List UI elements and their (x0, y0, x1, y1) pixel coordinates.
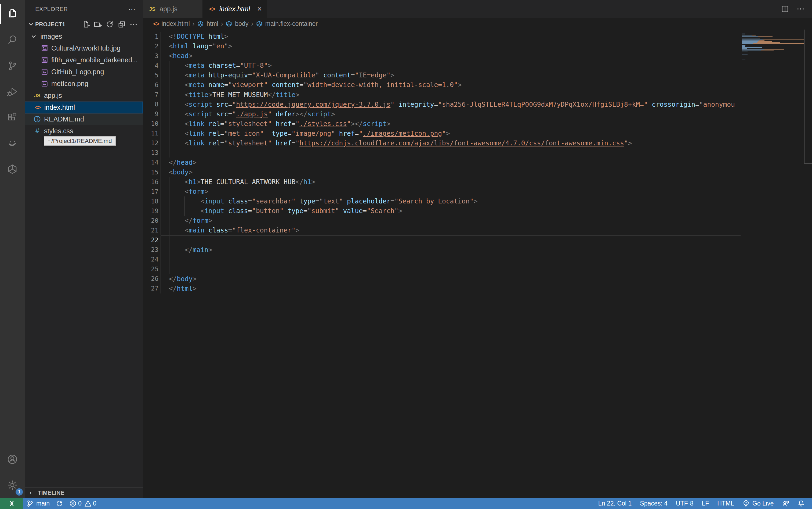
code-line-23[interactable]: 23 </main> (143, 245, 741, 254)
code-line-22[interactable]: 22 (143, 235, 741, 245)
breadcrumb-item[interactable]: main.flex-container (265, 20, 318, 27)
minimap-line (742, 55, 747, 55)
code-line-8[interactable]: 8 <script src="https://code.jquery.com/j… (143, 99, 741, 109)
code-line-12[interactable]: 12 <link rel="stylesheet" href="https://… (143, 138, 741, 148)
line-content: <!DOCTYPE html> (169, 33, 228, 40)
timeline-section[interactable]: › TIMELINE (25, 487, 143, 498)
tree-item-label: images (40, 33, 62, 40)
breadcrumb-item[interactable]: body (235, 20, 248, 27)
code-line-16[interactable]: 16 <h1>THE CULTURAL ARTWORK HUB</h1> (143, 177, 741, 187)
code-line-11[interactable]: 11 <link rel="met icon" type="image/png"… (143, 129, 741, 138)
tree-item-label: GitHub_Logo.png (51, 68, 104, 76)
status-go-live[interactable]: Go Live (742, 498, 774, 509)
status-indentation[interactable]: Spaces: 4 (640, 498, 668, 509)
code-line-20[interactable]: 20 </form> (143, 216, 741, 226)
sidebar-more-icon[interactable]: ⋯ (128, 5, 136, 13)
tab-label: app.js (159, 5, 178, 13)
breadcrumb-file[interactable]: index.html (161, 20, 190, 27)
code-editor[interactable]: 1<!DOCTYPE html>2<html lang="en">3<head>… (143, 30, 812, 498)
tree-item-app-js[interactable]: JSapp.js (25, 90, 143, 102)
code-line-15[interactable]: 15<body> (143, 167, 741, 177)
tree-item-images[interactable]: images (25, 31, 143, 42)
line-number: 6 (143, 81, 158, 89)
activity-item-run-debug[interactable] (0, 79, 25, 105)
project-label: PROJECT1 (35, 21, 65, 28)
code-line-14[interactable]: 14</head> (143, 158, 741, 167)
status-notifications[interactable] (798, 498, 805, 509)
code-line-18[interactable]: 18 <input class="searchbar" type="text" … (143, 197, 741, 206)
code-line-10[interactable]: 10 <link rel="stylesheet" href="./styles… (143, 119, 741, 129)
activity-item-package-extension[interactable] (0, 157, 25, 182)
minimap[interactable] (741, 30, 804, 498)
close-icon[interactable]: × (257, 5, 262, 13)
line-number: 2 (143, 43, 158, 50)
sync-icon (56, 500, 63, 507)
tree-item-github-logo-png[interactable]: GitHub_Logo.png (25, 66, 143, 78)
code-line-25[interactable]: 25 (143, 264, 741, 274)
code-line-7[interactable]: 7 <title>THE MET MUSEUM</title> (143, 90, 741, 99)
activity-item-source-control[interactable] (0, 53, 25, 79)
js-icon: JS (33, 91, 41, 100)
tree-item-fifth-ave-mobile-darkened-[interactable]: fifth_ave_mobile_darkened... (25, 54, 143, 66)
project-section-header[interactable]: PROJECT1 (25, 18, 143, 31)
tab-label: index.html (219, 5, 250, 13)
refresh-icon[interactable] (106, 20, 114, 29)
code-line-13[interactable]: 13 (143, 148, 741, 158)
status-label: UTF-8 (676, 500, 694, 507)
tree-item-index-html[interactable]: <>index.html (25, 102, 143, 113)
collapse-all-icon[interactable] (118, 20, 126, 29)
status-feedback[interactable] (782, 498, 789, 509)
tab-index-html[interactable]: <>index.html× (203, 0, 267, 18)
extensions-icon (6, 111, 19, 124)
status-remote[interactable] (0, 498, 23, 509)
activity-item-explorer[interactable] (0, 1, 25, 27)
tree-item-label: CulturalArtworkHub.jpg (51, 44, 120, 52)
code-line-3[interactable]: 3<head> (143, 51, 741, 61)
activity-item-settings[interactable]: 1 (0, 472, 25, 498)
line-content: <link rel="stylesheet" href="https://cdn… (169, 139, 632, 147)
code-line-24[interactable]: 24 (143, 254, 741, 264)
status-cursor-position[interactable]: Ln 22, Col 1 (598, 498, 632, 509)
status-encoding[interactable]: UTF-8 (676, 498, 694, 509)
status-sync[interactable] (53, 498, 66, 509)
minimap-line (742, 35, 756, 35)
tree-item-readme-md[interactable]: README.md (25, 113, 143, 125)
activity-item-accounts[interactable] (0, 446, 25, 472)
code-line-17[interactable]: 17 <form> (143, 187, 741, 197)
breadcrumb-item[interactable]: html (207, 20, 218, 27)
activity-item-live-extension[interactable] (0, 131, 25, 157)
status-eol[interactable]: LF (702, 498, 709, 509)
code-line-9[interactable]: 9 <script src="./app.js" defer></script> (143, 109, 741, 119)
minimap-line (742, 49, 784, 50)
new-folder-icon[interactable] (94, 20, 102, 29)
code-line-1[interactable]: 1<!DOCTYPE html> (143, 32, 741, 41)
code-line-19[interactable]: 19 <input class="button" type="submit" v… (143, 206, 741, 216)
new-file-icon[interactable] (82, 20, 90, 29)
minimap-line (742, 32, 750, 32)
more-icon[interactable] (130, 20, 138, 29)
split-editor-button[interactable] (781, 5, 789, 13)
tree-item-styles-css[interactable]: #styles.css (25, 125, 143, 137)
status-branch[interactable]: main (23, 498, 53, 509)
more-actions-button[interactable] (797, 5, 805, 13)
code-line-26[interactable]: 26</body> (143, 274, 741, 283)
tree-item-culturalartworkhub-jpg[interactable]: CulturalArtworkHub.jpg (25, 42, 143, 54)
status-label: Go Live (752, 500, 774, 507)
code-line-27[interactable]: 27</html> (143, 283, 741, 293)
source-control-icon (6, 60, 19, 72)
status-label: main (36, 500, 50, 507)
status-problems[interactable]: 00 (66, 498, 100, 509)
status-bar-right: Ln 22, Col 1Spaces: 4UTF-8LFHTMLGo Live (598, 498, 812, 509)
tab-app-js[interactable]: JSapp.js (143, 0, 203, 18)
code-line-4[interactable]: 4 <meta charset="UTF-8"> (143, 61, 741, 70)
activity-item-extensions[interactable] (0, 105, 25, 131)
activity-item-search[interactable] (0, 27, 25, 53)
code-line-21[interactable]: 21 <main class="flex-container"> (143, 226, 741, 235)
code-line-2[interactable]: 2<html lang="en"> (143, 41, 741, 51)
code-line-5[interactable]: 5 <meta http-equiv="X-UA-Compatible" con… (143, 70, 741, 80)
tree-item-meticon-png[interactable]: metIcon.png (25, 78, 143, 90)
code-line-6[interactable]: 6 <meta name="viewport" content="width=d… (143, 80, 741, 90)
breadcrumb-separator: › (251, 20, 253, 28)
code-lines: 1<!DOCTYPE html>2<html lang="en">3<head>… (143, 32, 741, 294)
status-language-mode[interactable]: HTML (717, 498, 734, 509)
